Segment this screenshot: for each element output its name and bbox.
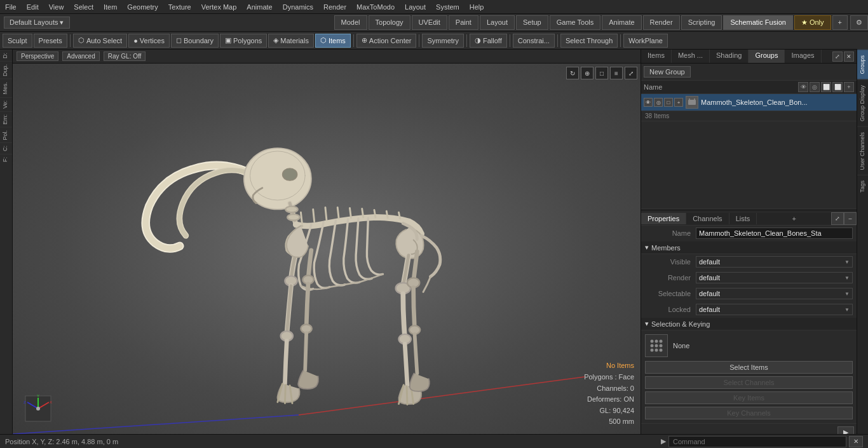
menu-edit[interactable]: Edit <box>22 2 44 12</box>
menu-help[interactable]: Help <box>465 2 489 12</box>
settings-button[interactable]: ⚙ <box>850 15 868 30</box>
symmetry-button[interactable]: Symmetry <box>422 34 464 48</box>
vp-zoom-icon[interactable]: ⊕ <box>581 67 593 79</box>
panel-close-icon[interactable]: ✕ <box>844 51 854 62</box>
polygons-button[interactable]: ▣ Polygons <box>220 34 267 48</box>
workplane-button[interactable]: WorkPlane <box>623 34 668 48</box>
menu-item[interactable]: Item <box>98 2 122 12</box>
boundary-button[interactable]: ◻ Boundary <box>171 34 219 48</box>
panel-tab-mesh[interactable]: Mesh ... <box>672 50 710 63</box>
menu-select[interactable]: Select <box>69 2 98 12</box>
menu-file[interactable]: File <box>0 2 22 12</box>
tab-topology[interactable]: Topology <box>369 15 410 30</box>
left-tab-item6[interactable]: Pol. <box>0 127 12 143</box>
panel-tab-items[interactable]: Items <box>641 50 672 63</box>
panel-tab-shading[interactable]: Shading <box>710 50 749 63</box>
sel-keying-header[interactable]: ▾ Selection & Keying <box>641 318 857 330</box>
prop-tab-channels[interactable]: Channels <box>686 213 729 224</box>
tab-scripting[interactable]: Scripting <box>681 15 722 30</box>
box-icon[interactable]: □ <box>664 98 673 107</box>
ray-gl-button[interactable]: Ray GL: Off <box>104 51 146 61</box>
left-tab-item5[interactable]: Em: <box>0 111 12 127</box>
constraints-button[interactable]: Constrai... <box>513 34 555 48</box>
locked-dropdown[interactable]: default <box>696 304 853 315</box>
layouts-dropdown[interactable]: Default Layouts ▾ <box>4 17 70 29</box>
panel-arrow-button[interactable]: ▶ <box>837 426 854 434</box>
tab-game-tools[interactable]: Game Tools <box>550 15 601 30</box>
panel-expand-icon[interactable]: ⤢ <box>832 51 843 62</box>
tab-only[interactable]: ★ Only <box>794 15 831 30</box>
menu-geometry[interactable]: Geometry <box>122 2 163 12</box>
tab-schematic-fusion[interactable]: Schematic Fusion <box>723 15 792 30</box>
select-channels-button[interactable]: Select Channels <box>645 376 853 389</box>
right-vtab-groups[interactable]: Groups <box>857 50 868 79</box>
tab-render[interactable]: Render <box>643 15 680 30</box>
vertices-button[interactable]: ● Vertices <box>128 34 170 48</box>
add-layout-button[interactable]: + <box>832 15 848 30</box>
vp-maximize-icon[interactable]: □ <box>595 67 608 79</box>
prop-collapse-icon[interactable]: – <box>844 212 857 225</box>
new-group-button[interactable]: New Group <box>644 66 691 78</box>
menu-system[interactable]: System <box>431 2 465 12</box>
prop-plus-btn[interactable]: + <box>788 213 799 224</box>
plus-col-icon[interactable]: + <box>844 82 854 92</box>
key-items-button[interactable]: Key Items <box>645 391 853 404</box>
tab-layout[interactable]: Layout <box>480 15 515 30</box>
left-tab-item1[interactable]: D: <box>0 50 12 61</box>
tab-model[interactable]: Model <box>334 15 367 30</box>
prop-tab-properties[interactable]: Properties <box>641 213 686 224</box>
items-button[interactable]: ⬡ Items <box>315 34 351 48</box>
perspective-button[interactable]: Perspective <box>17 51 58 61</box>
name-prop-input[interactable] <box>696 227 853 239</box>
eye-col-icon[interactable]: 👁 <box>798 82 808 92</box>
panel-tab-groups[interactable]: Groups <box>749 50 785 63</box>
menu-view[interactable]: View <box>44 2 69 12</box>
menu-layout[interactable]: Layout <box>400 2 431 12</box>
right-vtab-group-display[interactable]: Group Display <box>857 79 868 126</box>
viewport-canvas[interactable]: ↻ ⊕ □ ≡ ⤢ No Items Polygons : Face Chann… <box>13 64 641 434</box>
right-vtab-user-channels[interactable]: User Channels <box>857 126 868 175</box>
members-section-header[interactable]: ▾ Members <box>641 241 857 254</box>
left-tab-item7[interactable]: C: <box>0 142 12 154</box>
advanced-button[interactable]: Advanced <box>62 51 99 61</box>
menu-texture[interactable]: Texture <box>163 2 196 12</box>
menu-render[interactable]: Render <box>318 2 351 12</box>
right-vtab-tags[interactable]: Tags <box>857 175 868 198</box>
auto-select-button[interactable]: ⬡ Auto Select <box>73 34 127 48</box>
left-tab-item2[interactable]: Dup. <box>0 61 12 79</box>
key-channels-button[interactable]: Key Channels <box>645 407 853 419</box>
group-item[interactable]: 👁 ◎ □ + Mammoth_Skeleton_Clean_Bon... <box>641 94 857 111</box>
command-clear-button[interactable]: ✕ <box>849 436 863 447</box>
left-tab-item4[interactable]: Ve: <box>0 97 12 111</box>
left-tab-item8[interactable]: F: <box>0 154 12 165</box>
render-icon[interactable]: ◎ <box>654 98 663 107</box>
select-items-button[interactable]: Select Items <box>645 361 853 374</box>
command-input[interactable] <box>668 436 846 447</box>
render-col-icon[interactable]: ◎ <box>810 82 820 92</box>
menu-dynamics[interactable]: Dynamics <box>278 2 318 12</box>
tab-animate[interactable]: Animate <box>602 15 641 30</box>
vis-col-icon[interactable]: ⬜ <box>832 82 843 92</box>
selectable-dropdown[interactable]: default <box>696 288 853 299</box>
lock-col-icon[interactable]: ⬜ <box>821 82 831 92</box>
viewport[interactable]: Perspective Advanced Ray GL: Off <box>13 50 641 434</box>
vp-expand-icon[interactable]: ⤢ <box>625 67 637 79</box>
render-dropdown[interactable]: default <box>696 272 853 283</box>
materials-button[interactable]: ◈ Materials <box>268 34 314 48</box>
menu-maxtomodo[interactable]: MaxToModo <box>351 2 400 12</box>
menu-animate[interactable]: Animate <box>241 2 277 12</box>
select-through-button[interactable]: Select Through <box>560 34 618 48</box>
eye-icon[interactable]: 👁 <box>644 98 653 107</box>
menu-vertex-map[interactable]: Vertex Map <box>196 2 242 12</box>
prop-tab-lists[interactable]: Lists <box>729 213 757 224</box>
left-tab-item3[interactable]: Mes. <box>0 79 12 97</box>
check-icon[interactable]: + <box>674 98 683 107</box>
vp-rotate-icon[interactable]: ↻ <box>566 67 579 79</box>
action-center-button[interactable]: ⊕ Action Center <box>356 34 417 48</box>
tab-paint[interactable]: Paint <box>449 15 478 30</box>
tab-uvedit[interactable]: UVEdit <box>412 15 447 30</box>
falloff-button[interactable]: ◑ Falloff <box>470 34 507 48</box>
tab-setup[interactable]: Setup <box>516 15 548 30</box>
panel-tab-images[interactable]: Images <box>785 50 821 63</box>
sculpt-button[interactable]: Sculpt <box>3 34 32 48</box>
